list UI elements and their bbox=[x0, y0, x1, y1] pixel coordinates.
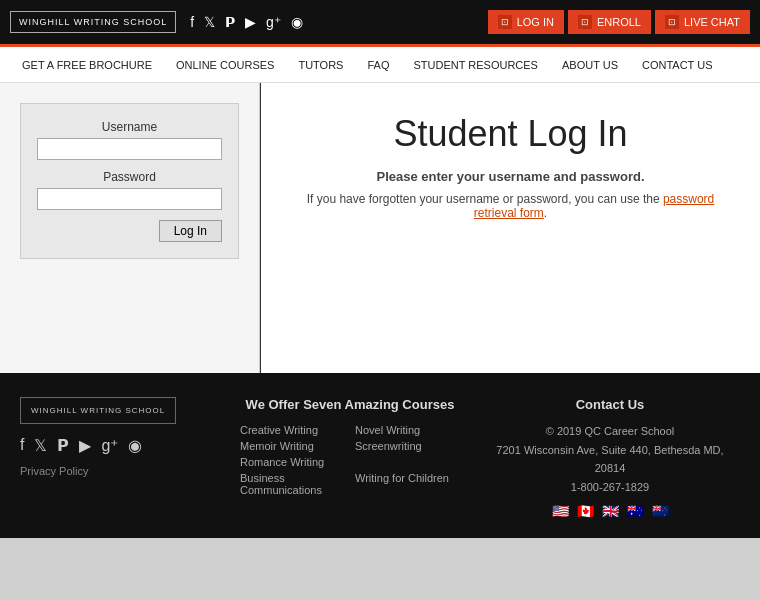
course-empty bbox=[355, 456, 460, 468]
right-panel: Student Log In Please enter your usernam… bbox=[261, 83, 760, 373]
flag-nz[interactable]: 🇳🇿 bbox=[650, 505, 670, 518]
footer-youtube-icon[interactable]: ▶ bbox=[79, 436, 91, 455]
flag-au[interactable]: 🇦🇺 bbox=[625, 505, 645, 518]
footer: WINGHILL WRITING SCHOOL f 𝕏 𝗣 ▶ g⁺ ◉ Pri… bbox=[0, 373, 760, 538]
footer-phone: 1-800-267-1829 bbox=[480, 478, 740, 497]
login-form: Username Password bbox=[20, 103, 239, 259]
submit-login-button[interactable] bbox=[159, 220, 222, 242]
footer-address: 7201 Wisconsin Ave, Suite 440, Bethesda … bbox=[480, 441, 740, 478]
course-memoir[interactable]: Memoir Writing bbox=[240, 440, 345, 452]
nav-tutors[interactable]: TUTORS bbox=[286, 59, 355, 71]
logo[interactable]: WINGHILL WRITING SCHOOL bbox=[10, 11, 176, 33]
recovery-text: If you have forgotten your username or p… bbox=[301, 192, 720, 220]
nav-faq[interactable]: FAQ bbox=[355, 59, 401, 71]
course-romance[interactable]: Romance Writing bbox=[240, 456, 345, 468]
footer-logo[interactable]: WINGHILL WRITING SCHOOL bbox=[20, 397, 176, 424]
footer-privacy-link[interactable]: Privacy Policy bbox=[20, 465, 88, 477]
courses-title: We Offer Seven Amazing Courses bbox=[240, 397, 460, 412]
footer-googleplus-icon[interactable]: g⁺ bbox=[101, 436, 118, 455]
course-children[interactable]: Writing for Children bbox=[355, 472, 460, 496]
twitter-icon[interactable]: 𝕏 bbox=[204, 14, 215, 30]
login-button[interactable]: ⊡ LOG IN bbox=[488, 10, 564, 34]
nav-resources[interactable]: STUDENT RESOURCES bbox=[401, 59, 549, 71]
googleplus-icon[interactable]: g⁺ bbox=[266, 14, 281, 30]
footer-facebook-icon[interactable]: f bbox=[20, 436, 24, 455]
course-screenwriting[interactable]: Screenwriting bbox=[355, 440, 460, 452]
nav-about[interactable]: ABOUT US bbox=[550, 59, 630, 71]
footer-social-icons: f 𝕏 𝗣 ▶ g⁺ ◉ bbox=[20, 436, 142, 455]
password-label: Password bbox=[37, 170, 222, 184]
login-subtitle: Please enter your username and password. bbox=[301, 169, 720, 184]
footer-copyright: © 2019 QC Career School bbox=[480, 422, 740, 441]
chat-icon: ⊡ bbox=[665, 15, 679, 29]
footer-courses-col: We Offer Seven Amazing Courses Creative … bbox=[240, 397, 460, 518]
username-label: Username bbox=[37, 120, 222, 134]
username-input[interactable] bbox=[37, 138, 222, 160]
enroll-icon: ⊡ bbox=[578, 15, 592, 29]
live-chat-button[interactable]: ⊡ LIVE CHAT bbox=[655, 10, 750, 34]
social-icons: f 𝕏 𝗣 ▶ g⁺ ◉ bbox=[190, 14, 303, 30]
flag-gb[interactable]: 🇬🇧 bbox=[600, 505, 620, 518]
footer-rss-icon[interactable]: ◉ bbox=[128, 436, 142, 455]
nav-contact[interactable]: CONTACT US bbox=[630, 59, 725, 71]
footer-contact-col: Contact Us © 2019 QC Career School 7201 … bbox=[480, 397, 740, 518]
rss-icon[interactable]: ◉ bbox=[291, 14, 303, 30]
flag-ca[interactable]: 🇨🇦 bbox=[575, 505, 595, 518]
nav-brochure[interactable]: GET A FREE BROCHURE bbox=[10, 59, 164, 71]
pinterest-icon[interactable]: 𝗣 bbox=[225, 14, 235, 30]
footer-flags: 🇺🇸 🇨🇦 🇬🇧 🇦🇺 🇳🇿 bbox=[480, 505, 740, 518]
top-buttons: ⊡ LOG IN ⊡ ENROLL ⊡ LIVE CHAT bbox=[488, 10, 750, 34]
enroll-button[interactable]: ⊡ ENROLL bbox=[568, 10, 651, 34]
footer-twitter-icon[interactable]: 𝕏 bbox=[34, 436, 47, 455]
password-input[interactable] bbox=[37, 188, 222, 210]
flag-us[interactable]: 🇺🇸 bbox=[550, 505, 570, 518]
left-panel: Username Password bbox=[0, 83, 260, 373]
login-icon: ⊡ bbox=[498, 15, 512, 29]
page-title: Student Log In bbox=[301, 113, 720, 155]
course-business[interactable]: Business Communications bbox=[240, 472, 345, 496]
course-creative[interactable]: Creative Writing bbox=[240, 424, 345, 436]
contact-title: Contact Us bbox=[480, 397, 740, 412]
footer-logo-col: WINGHILL WRITING SCHOOL f 𝕏 𝗣 ▶ g⁺ ◉ Pri… bbox=[20, 397, 220, 518]
course-novel[interactable]: Novel Writing bbox=[355, 424, 460, 436]
top-bar: WINGHILL WRITING SCHOOL f 𝕏 𝗣 ▶ g⁺ ◉ ⊡ L… bbox=[0, 0, 760, 44]
gray-bottom bbox=[0, 538, 760, 600]
main-nav: GET A FREE BROCHURE ONLINE COURSES TUTOR… bbox=[0, 47, 760, 83]
nav-courses[interactable]: ONLINE COURSES bbox=[164, 59, 286, 71]
footer-pinterest-icon[interactable]: 𝗣 bbox=[57, 436, 69, 455]
youtube-icon[interactable]: ▶ bbox=[245, 14, 256, 30]
facebook-icon[interactable]: f bbox=[190, 14, 194, 30]
courses-grid: Creative Writing Novel Writing Memoir Wr… bbox=[240, 424, 460, 496]
content-area: Username Password Student Log In Please … bbox=[0, 83, 760, 373]
